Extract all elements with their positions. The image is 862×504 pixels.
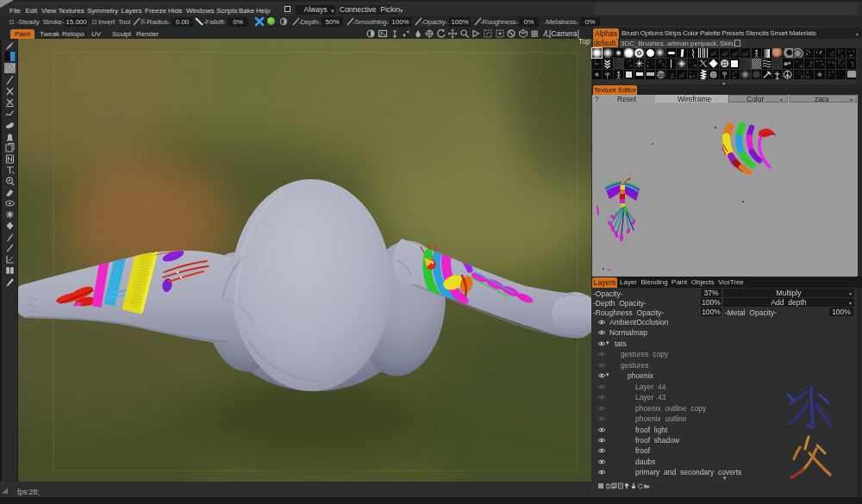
svg-text:Top: Top xyxy=(578,39,590,46)
